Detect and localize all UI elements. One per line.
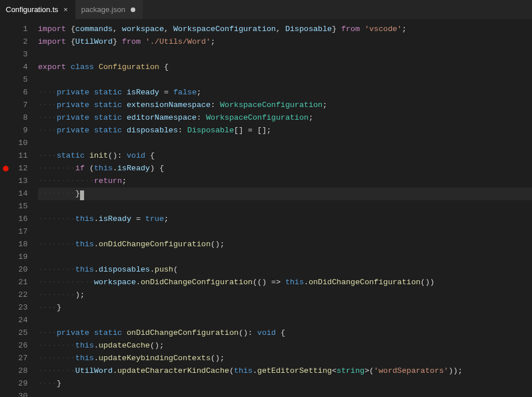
breakpoint-slot[interactable]: [0, 226, 12, 238]
code-line[interactable]: import {commands, workspace, WorkspaceCo…: [38, 23, 532, 36]
code-line[interactable]: ····}: [38, 377, 532, 390]
breakpoint-slot[interactable]: [0, 238, 12, 251]
line-number: 25: [12, 327, 28, 339]
breakpoint-slot[interactable]: [0, 289, 12, 301]
line-number: 15: [12, 200, 28, 213]
code-line[interactable]: ········UtilWord.updateCharacterKindCach…: [38, 365, 532, 377]
tab-label: package.json: [81, 5, 126, 14]
code-line[interactable]: export class Configuration {: [38, 61, 532, 74]
code-line[interactable]: ········this.onDidChangeConfiguration();: [38, 238, 532, 251]
code-line[interactable]: [38, 226, 532, 238]
line-number: 18: [12, 238, 28, 251]
breakpoint-slot[interactable]: [0, 352, 12, 365]
breakpoint-slot[interactable]: [0, 314, 12, 327]
code-line[interactable]: [38, 137, 532, 150]
breakpoint-slot[interactable]: [0, 365, 12, 377]
line-number: 23: [12, 301, 28, 314]
breakpoint-slot[interactable]: [0, 150, 12, 162]
code-line[interactable]: [38, 74, 532, 86]
breakpoint-slot[interactable]: [0, 301, 12, 314]
line-number: 16: [12, 213, 28, 226]
line-number: 19: [12, 251, 28, 264]
line-number: 9: [12, 124, 28, 137]
code-line[interactable]: [38, 251, 532, 264]
line-number: 12: [12, 162, 28, 175]
tab-package-json[interactable]: package.json: [75, 0, 143, 19]
code-line[interactable]: ········this.updateKeybindingContexts();: [38, 352, 532, 365]
editor[interactable]: 1234567891011121314151617181920212223242…: [0, 20, 532, 397]
code-line[interactable]: ········}: [38, 188, 532, 200]
breakpoint-slot[interactable]: [0, 327, 12, 339]
line-number: 20: [12, 264, 28, 276]
code-line[interactable]: ····private static editorNamespace: Work…: [38, 112, 532, 124]
code-line[interactable]: ········if (this.isReady) {: [38, 162, 532, 175]
line-number: 17: [12, 226, 28, 238]
text-cursor: [80, 190, 84, 200]
breakpoint-slot[interactable]: [0, 48, 12, 61]
line-number: 8: [12, 112, 28, 124]
breakpoint-slot[interactable]: [0, 162, 12, 175]
line-number: 6: [12, 86, 28, 99]
breakpoint-slot[interactable]: [0, 61, 12, 74]
tab-label: Configuration.ts: [6, 5, 58, 14]
breakpoint-gutter[interactable]: [0, 20, 12, 397]
line-number: 3: [12, 48, 28, 61]
line-number: 11: [12, 150, 28, 162]
code-line[interactable]: ············workspace.onDidChangeConfigu…: [38, 276, 532, 289]
breakpoint-slot[interactable]: [0, 137, 12, 150]
code-line[interactable]: ········this.disposables.push(: [38, 264, 532, 276]
line-number: 5: [12, 74, 28, 86]
breakpoint-slot[interactable]: [0, 264, 12, 276]
code-line[interactable]: ····static init(): void {: [38, 150, 532, 162]
breakpoint-slot[interactable]: [0, 390, 12, 397]
line-number: 29: [12, 377, 28, 390]
breakpoint-icon[interactable]: [3, 166, 9, 171]
line-number: 26: [12, 339, 28, 352]
line-number: 14: [12, 188, 28, 200]
breakpoint-slot[interactable]: [0, 36, 12, 48]
line-number: 24: [12, 314, 28, 327]
code-line[interactable]: [38, 314, 532, 327]
code-line[interactable]: [38, 200, 532, 213]
code-line[interactable]: ····private static isReady = false;: [38, 86, 532, 99]
breakpoint-slot[interactable]: [0, 23, 12, 36]
line-number: 13: [12, 175, 28, 188]
line-number: 21: [12, 276, 28, 289]
breakpoint-slot[interactable]: [0, 188, 12, 200]
code-line[interactable]: ········);: [38, 289, 532, 301]
line-number: 10: [12, 137, 28, 150]
breakpoint-slot[interactable]: [0, 251, 12, 264]
code-line[interactable]: ····private static disposables: Disposab…: [38, 124, 532, 137]
code-line[interactable]: [38, 48, 532, 61]
code-line[interactable]: ····private static extensionNamespace: W…: [38, 99, 532, 112]
line-number: 22: [12, 289, 28, 301]
breakpoint-slot[interactable]: [0, 74, 12, 86]
dirty-indicator-icon[interactable]: [129, 6, 137, 14]
code-line[interactable]: ····}: [38, 301, 532, 314]
breakpoint-slot[interactable]: [0, 124, 12, 137]
breakpoint-slot[interactable]: [0, 175, 12, 188]
line-number: 28: [12, 365, 28, 377]
line-number: 4: [12, 61, 28, 74]
breakpoint-slot[interactable]: [0, 377, 12, 390]
line-number: 7: [12, 99, 28, 112]
breakpoint-slot[interactable]: [0, 99, 12, 112]
close-icon[interactable]: ×: [62, 6, 70, 14]
code-line[interactable]: ············return;: [38, 175, 532, 188]
line-number: 1: [12, 23, 28, 36]
code-line[interactable]: ········this.updateCache();: [38, 339, 532, 352]
code-line[interactable]: ········this.isReady = true;: [38, 213, 532, 226]
breakpoint-slot[interactable]: [0, 213, 12, 226]
breakpoint-slot[interactable]: [0, 112, 12, 124]
code-area[interactable]: import {commands, workspace, WorkspaceCo…: [38, 20, 532, 397]
tab-bar: Configuration.ts × package.json: [0, 0, 532, 20]
code-line[interactable]: ····private static onDidChangeConfigurat…: [38, 327, 532, 339]
breakpoint-slot[interactable]: [0, 339, 12, 352]
breakpoint-slot[interactable]: [0, 86, 12, 99]
tab-configuration-ts[interactable]: Configuration.ts ×: [0, 0, 75, 19]
code-line[interactable]: import {UtilWord} from './Utils/Word';: [38, 36, 532, 48]
code-line[interactable]: [38, 390, 532, 397]
breakpoint-slot[interactable]: [0, 200, 12, 213]
line-number: 27: [12, 352, 28, 365]
breakpoint-slot[interactable]: [0, 276, 12, 289]
